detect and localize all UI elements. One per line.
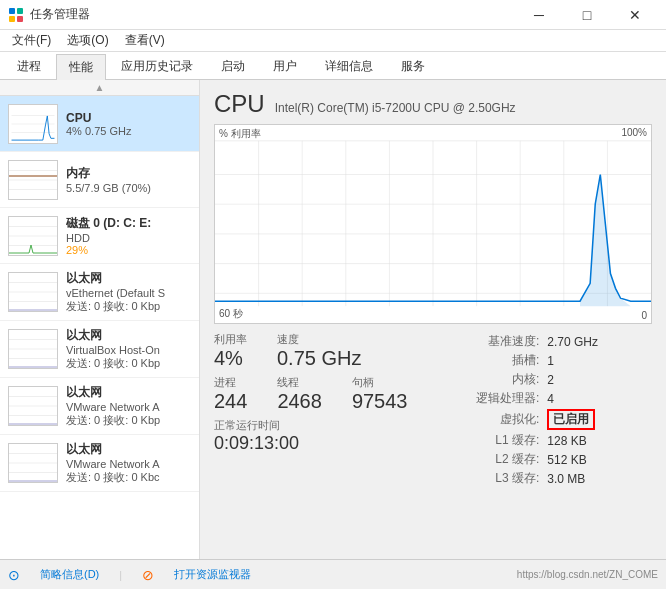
disk-thumbnail [8,216,58,256]
graph-x-right: 0 [641,310,647,321]
cpu-panel-title: CPU [214,90,265,118]
uptime-block: 正常运行时间 0:09:13:00 [214,418,299,454]
eth4-sidebar-detail2: 发送: 0 接收: 0 Kbc [66,470,191,485]
svg-rect-1 [17,8,23,14]
threads-label: 线程 [277,375,322,390]
utilization-label: 利用率 [214,332,247,347]
threads-block: 线程 2468 [277,375,322,412]
maximize-button[interactable]: □ [564,0,610,30]
handles-block: 句柄 97543 [352,375,408,412]
tab-startup[interactable]: 启动 [208,53,258,79]
l1-value: 128 KB [543,431,602,450]
eth1-sidebar-detail2: 发送: 0 接收: 0 Kbp [66,299,191,314]
eth4-sidebar-name: 以太网 [66,441,191,458]
bottom-stats: 利用率 4% 速度 0.75 GHz 进程 244 线程 246 [214,332,652,488]
cpu-thumbnail [8,104,58,144]
sidebar-item-eth4[interactable]: 以太网 VMware Network A 发送: 0 接收: 0 Kbc [0,435,199,492]
eth3-sidebar-info: 以太网 VMware Network A 发送: 0 接收: 0 Kbp [66,384,191,428]
virt-value: 已启用 [543,408,602,431]
disk-sidebar-name: 磁盘 0 (D: C: E: [66,215,191,232]
eth3-sidebar-detail2: 发送: 0 接收: 0 Kbp [66,413,191,428]
tab-processes[interactable]: 进程 [4,53,54,79]
utilization-block: 利用率 4% [214,332,247,369]
memory-thumbnail [8,160,58,200]
handles-value: 97543 [352,390,408,412]
virt-row: 虚拟化: 已启用 [472,408,602,431]
summary-link[interactable]: 简略信息(D) [40,567,99,582]
eth2-sidebar-detail1: VirtualBox Host-On [66,344,191,356]
eth1-sidebar-detail1: vEthernet (Default S [66,287,191,299]
l2-value: 512 KB [543,450,602,469]
right-stats-panel: 基准速度: 2.70 GHz 插槽: 1 内核: 2 逻辑处理器: 4 [472,332,652,488]
cores-row: 内核: 2 [472,370,602,389]
tab-performance[interactable]: 性能 [56,54,106,80]
close-button[interactable]: ✕ [612,0,658,30]
bottom-bar: ⊙ 简略信息(D) | ⊘ 打开资源监视器 https://blog.csdn.… [0,559,666,589]
l3-value: 3.0 MB [543,469,602,488]
processes-value: 244 [214,390,247,412]
cores-label: 内核: [472,370,543,389]
sidebar-item-cpu[interactable]: CPU 4% 0.75 GHz [0,96,199,152]
speed-block: 速度 0.75 GHz [277,332,361,369]
stats-row-2: 进程 244 线程 2468 句柄 97543 [214,375,452,412]
l2-label: L2 缓存: [472,450,543,469]
base-speed-row: 基准速度: 2.70 GHz [472,332,602,351]
eth1-sidebar-info: 以太网 vEthernet (Default S 发送: 0 接收: 0 Kbp [66,270,191,314]
uptime-value: 0:09:13:00 [214,433,299,454]
svg-rect-0 [9,8,15,14]
app-icon [8,7,24,23]
eth1-sidebar-name: 以太网 [66,270,191,287]
eth4-thumbnail [8,443,58,483]
base-speed-value: 2.70 GHz [543,332,602,351]
disk-sidebar-percent: 29% [66,244,191,256]
tab-services[interactable]: 服务 [388,53,438,79]
monitor-link[interactable]: 打开资源监视器 [174,567,251,582]
summary-icon: ⊙ [8,567,20,583]
sockets-value: 1 [543,351,602,370]
svg-rect-2 [9,16,15,22]
virt-label: 虚拟化: [472,408,543,431]
cpu-graph-container: % 利用率 100% 60 秒 0 [214,124,652,324]
sidebar-item-eth1[interactable]: 以太网 vEthernet (Default S 发送: 0 接收: 0 Kbp [0,264,199,321]
sockets-label: 插槽: [472,351,543,370]
eth3-sidebar-detail1: VMware Network A [66,401,191,413]
virt-value-text: 已启用 [547,409,595,430]
cpu-header: CPU Intel(R) Core(TM) i5-7200U CPU @ 2.5… [214,90,652,118]
eth2-thumbnail [8,329,58,369]
menu-view[interactable]: 查看(V) [117,30,173,51]
memory-sidebar-info: 内存 5.5/7.9 GB (70%) [66,165,191,194]
sidebar: ▲ CPU 4% 0.75 GHz [0,80,200,559]
tab-bar: 进程 性能 应用历史记录 启动 用户 详细信息 服务 [0,52,666,80]
l2-row: L2 缓存: 512 KB [472,450,602,469]
eth1-thumbnail [8,272,58,312]
minimize-button[interactable]: ─ [516,0,562,30]
l3-row: L3 缓存: 3.0 MB [472,469,602,488]
scroll-up-arrow[interactable]: ▲ [0,80,199,96]
tab-users[interactable]: 用户 [260,53,310,79]
threads-value: 2468 [277,390,322,412]
menu-options[interactable]: 选项(O) [59,30,116,51]
eth4-sidebar-detail1: VMware Network A [66,458,191,470]
memory-sidebar-detail: 5.5/7.9 GB (70%) [66,182,191,194]
l3-label: L3 缓存: [472,469,543,488]
sidebar-item-memory[interactable]: 内存 5.5/7.9 GB (70%) [0,152,199,208]
watermark: https://blog.csdn.net/ZN_COME [517,569,658,580]
speed-label: 速度 [277,332,361,347]
sidebar-item-disk[interactable]: 磁盘 0 (D: C: E: HDD 29% [0,208,199,264]
title-bar: 任务管理器 ─ □ ✕ [0,0,666,30]
menu-file[interactable]: 文件(F) [4,30,59,51]
processes-label: 进程 [214,375,247,390]
handles-label: 句柄 [352,375,408,390]
cpu-sidebar-detail: 4% 0.75 GHz [66,125,191,137]
title-bar-left: 任务管理器 [8,6,90,23]
logical-label: 逻辑处理器: [472,389,543,408]
sidebar-item-eth3[interactable]: 以太网 VMware Network A 发送: 0 接收: 0 Kbp [0,378,199,435]
cores-value: 2 [543,370,602,389]
tab-details[interactable]: 详细信息 [312,53,386,79]
sidebar-item-eth2[interactable]: 以太网 VirtualBox Host-On 发送: 0 接收: 0 Kbp [0,321,199,378]
tab-app-history[interactable]: 应用历史记录 [108,53,206,79]
cpu-sidebar-info: CPU 4% 0.75 GHz [66,111,191,137]
graph-y-max: 100% [621,127,647,138]
separator: | [119,569,122,581]
right-stats-table: 基准速度: 2.70 GHz 插槽: 1 内核: 2 逻辑处理器: 4 [472,332,602,488]
